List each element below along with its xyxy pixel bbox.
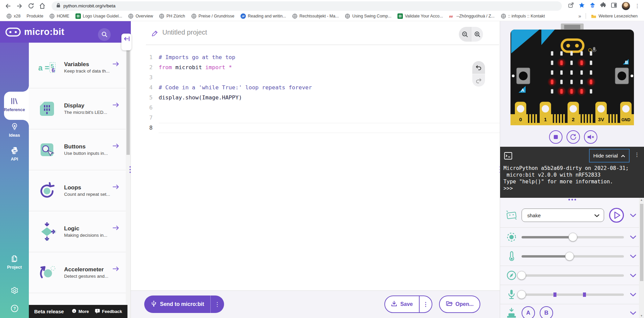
open-button[interactable]: Open... [439,296,480,313]
expand-chevron-icon[interactable] [627,235,636,239]
code-line-4[interactable]: 4# Code in a 'while True:' loop repeats … [131,83,500,93]
sidebar-item-ideas[interactable]: Ideas [0,123,29,138]
zoom-out-button[interactable] [459,27,471,42]
sim-pin-1[interactable]: 1 [540,102,551,125]
search-button[interactable] [98,28,111,41]
sim-pin-GND[interactable]: GND [620,102,632,125]
sidebar-scrollbar[interactable]: ▲ [126,43,130,318]
more-button[interactable]: i More [72,309,89,314]
code-line-7[interactable]: 7 [131,113,500,123]
other-bookmarks-folder[interactable]: Weitere Lesezeichen [589,13,639,19]
serial-menu-kebab[interactable]: ⋮ [634,151,640,158]
code-line-6[interactable]: 6 [131,103,500,113]
feedback-button[interactable]: ! Feedback [95,309,122,315]
sensor-button-b[interactable]: B [540,306,553,318]
code-area[interactable]: 1# Imports go at the top2from microbit i… [131,52,500,133]
bookmark[interactable]: Validate Your Acco... [396,13,445,19]
save-options-kebab[interactable]: ⋮ [420,301,432,308]
hide-serial-button[interactable]: Hide serial [589,149,630,163]
sidebar-item-reference[interactable]: Reference [0,97,29,112]
reference-item-loops[interactable]: LoopsCount and repeat set... [29,170,127,211]
overflow-chevron[interactable]: » [577,13,582,19]
expand-chevron-icon[interactable] [627,311,636,315]
code-line-3[interactable]: 3 [131,73,500,83]
expand-chevron-icon[interactable] [627,214,636,217]
sound-level-slider[interactable] [522,293,624,296]
simulator-scrollbar[interactable]: ▲ ▼ [639,198,644,318]
sim-pin-3V[interactable]: 3V [595,102,607,125]
bookmark[interactable]: :: infopuls :: Kontakt [499,13,547,19]
code-line-8[interactable]: 8 [131,123,500,133]
undo-button[interactable] [472,61,485,74]
edit-pencil-icon[interactable] [152,30,158,38]
code-line-5[interactable]: 5display.show(Image.HAPPY) [131,93,500,103]
project-title[interactable]: Untitled project [162,29,207,36]
bookmark[interactable]: Preise / Grundrisse [190,13,236,19]
bookmark[interactable]: x28 [5,13,22,19]
collapse-sidebar-button[interactable] [121,34,131,50]
sim-pin-0[interactable]: 0 [515,102,526,125]
slider-thumb[interactable] [517,290,526,299]
scroll-up-icon[interactable]: ▲ [639,198,644,201]
mute-button[interactable] [584,130,597,144]
address-bar[interactable]: python.microbit.org/v/beta [52,1,562,11]
bookmark-star-icon[interactable] [579,2,585,10]
stop-button[interactable] [549,130,562,144]
sim-button-b[interactable] [615,68,629,84]
serial-resize-handle[interactable] [569,199,576,200]
bookmark[interactable]: Logo Usage Guidel... [74,13,124,19]
code-line-2[interactable]: 2from microbit import * [131,62,500,73]
sidebar-resize-handle[interactable] [129,166,131,173]
reload-button[interactable] [26,1,36,11]
slider-thumb[interactable] [517,271,526,280]
browser-menu-button[interactable]: ⋮ [635,3,639,9]
bookmark[interactable]: PH Zürich [157,13,187,19]
send-options-kebab[interactable]: ⋮ [211,301,224,308]
expand-chevron-icon[interactable] [627,293,636,297]
save-button[interactable]: Save [385,301,419,308]
slider-thumb[interactable] [569,233,577,241]
scrollbar-thumb[interactable] [640,204,643,281]
help-button[interactable]: ? [0,304,29,313]
reference-item-variables[interactable]: a =56VariablesKeep track of data th... [29,47,127,88]
compass-slider[interactable] [522,274,624,277]
send-to-microbit-button[interactable]: Send to micro:bit ⋮ [144,296,224,313]
slider-thumb[interactable] [565,252,574,261]
play-gesture-button[interactable] [609,208,624,223]
sim-pin-2[interactable]: 2 [568,102,579,125]
bookmark[interactable]: Using Swing Comp... [343,13,393,19]
bookmark[interactable]: ##--Zhōngguóhuà / Z... [447,13,496,19]
settings-button[interactable] [0,286,29,295]
reference-item-accelerometer[interactable]: AccelerometerDetect gestures and... [29,252,127,293]
expand-chevron-icon[interactable] [627,255,636,258]
sidebar-item-api[interactable]: API [0,146,29,162]
sidebar-item-project[interactable]: Project [0,255,29,270]
extension-icon[interactable] [589,2,596,10]
forward-button[interactable] [15,1,24,11]
puzzle-icon[interactable] [600,2,606,10]
sensor-button-a[interactable]: A [522,306,535,318]
gesture-select[interactable]: shake [522,209,604,222]
bookmark[interactable]: Rechtssubjekt - Ma... [290,13,340,19]
reference-item-buttons[interactable]: ButtonsUse button inputs in... [29,129,127,170]
reference-item-logic[interactable]: LogicMaking decisions in... [29,211,127,252]
bookmark[interactable]: Overview [126,13,155,19]
share-icon[interactable] [568,2,574,10]
bookmark[interactable]: Produkte [25,13,45,19]
back-button[interactable] [3,1,13,11]
reference-item-display[interactable]: DisplayThe micro:bit's LED... [29,88,127,129]
bookmark[interactable]: HOME [48,13,71,19]
home-button[interactable] [38,1,47,11]
sim-button-a[interactable] [517,68,530,84]
zoom-in-button[interactable] [471,27,483,42]
temperature-slider[interactable] [522,255,624,258]
redo-button[interactable] [472,74,485,87]
reset-button[interactable] [567,130,580,144]
expand-chevron-icon[interactable] [627,274,636,277]
profile-avatar[interactable] [622,2,630,10]
scrollbar-thumb[interactable] [126,48,130,155]
scroll-down-icon[interactable]: ▼ [639,314,644,317]
light-level-slider[interactable] [522,236,624,238]
bookmark[interactable]: JPReading and writin... [239,13,288,19]
side-panel-icon[interactable] [611,2,617,10]
